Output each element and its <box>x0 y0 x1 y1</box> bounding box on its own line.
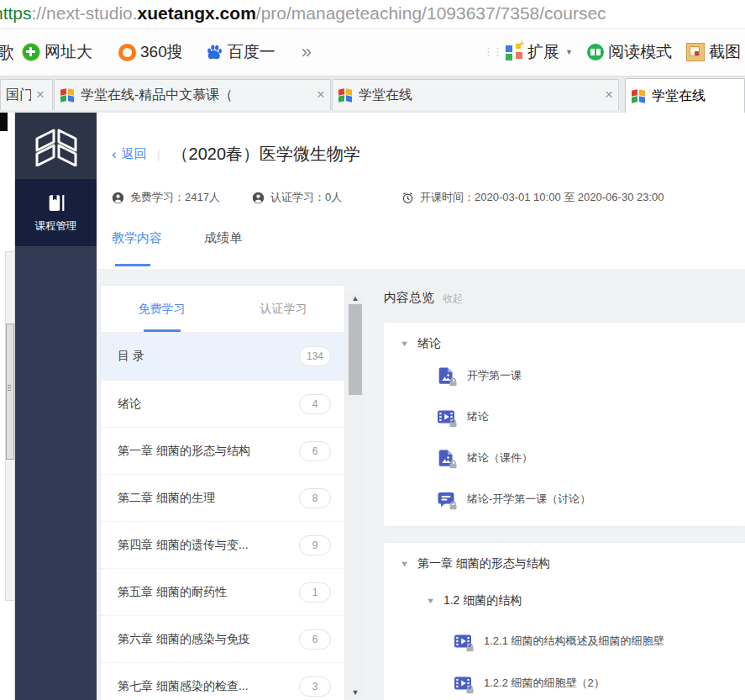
count-badge: 134 <box>299 346 331 366</box>
back-label: 返回 <box>122 146 147 162</box>
browser-tab-3[interactable]: 学堂在线 × <box>332 79 619 110</box>
url-text: https://next-studio.xuetangx.com/pro/man… <box>0 3 606 23</box>
close-icon[interactable]: × <box>317 87 325 103</box>
content-item[interactable]: 绪论 <box>437 396 737 437</box>
courseware-icon <box>437 366 455 385</box>
content-item[interactable]: 绪论-开学第一课（讨论） <box>437 478 737 519</box>
tool-label: 扩展 <box>527 41 559 63</box>
close-icon[interactable]: × <box>36 87 45 103</box>
list-item[interactable]: 绪论4 <box>101 380 344 427</box>
collapse-link[interactable]: 收起 <box>443 292 463 306</box>
browser-tab-active[interactable]: 学堂在线 <box>625 78 745 113</box>
chapter-label: 绪论 <box>118 397 299 412</box>
lock-icon <box>465 643 475 652</box>
list-item[interactable]: 第七章 细菌感染的检查...3 <box>101 662 344 700</box>
count-badge: 3 <box>299 676 331 697</box>
list-item[interactable]: 目 录134 <box>101 333 344 380</box>
scrollbar-thumb[interactable] <box>349 304 362 395</box>
bookmark-label: 360搜 <box>140 41 183 63</box>
course-header-row: ‹ 返回 | （2020春）医学微生物学 <box>112 143 360 166</box>
count-badge: 8 <box>299 488 331 508</box>
chevron-left-icon: ‹ <box>112 148 117 161</box>
content-item-label: 绪论（课件） <box>467 450 533 466</box>
reader-mode-icon <box>587 44 604 61</box>
tab-grades[interactable]: 成绩单 <box>204 230 242 246</box>
extensions-button[interactable]: 扩展 ▼ <box>506 41 573 63</box>
bookmarks-overflow-chevron[interactable]: » <box>302 41 312 63</box>
list-item[interactable]: 第二章 细菌的生理8 <box>101 474 344 521</box>
bookmark-label: 百度一 <box>228 41 275 63</box>
list-scrollbar[interactable]: ▲ ▼ <box>346 292 365 698</box>
browser-tab-1[interactable]: 国门 × <box>0 79 53 110</box>
tab-teaching-content[interactable]: 教学内容 <box>112 230 162 246</box>
xuetangx-logo-icon <box>338 87 353 103</box>
stat-text: 免费学习：2417人 <box>130 190 220 205</box>
list-item[interactable]: 第一章 细菌的形态与结构6 <box>101 427 344 474</box>
scroll-down-icon[interactable]: ▼ <box>346 688 365 697</box>
content-item[interactable]: 开学第一课 <box>437 355 737 396</box>
section-title-row[interactable]: ▼第一章 细菌的形态与结构 <box>401 553 737 575</box>
count-badge: 6 <box>299 441 331 461</box>
url-bar[interactable]: https://next-studio.xuetangx.com/pro/man… <box>0 0 745 29</box>
lock-icon <box>465 685 475 694</box>
screenshot-icon <box>686 43 705 61</box>
chapter-label: 第六章 细菌的感染与免疫 <box>118 632 299 647</box>
background-scrollbar-thumb <box>6 324 14 460</box>
360-search-icon <box>118 44 136 61</box>
bookmarks-left-group: 歌 网址大 360搜 百度一 » <box>0 29 312 76</box>
lock-icon <box>449 418 458 428</box>
user-icon <box>112 192 124 204</box>
discussion-icon <box>437 490 455 508</box>
bookmark-360search[interactable]: 360搜 <box>118 41 183 63</box>
section-title-row[interactable]: ▼绪论 <box>401 333 737 355</box>
reader-mode-button[interactable]: 阅读模式 <box>587 41 672 63</box>
list-item[interactable]: 第六章 细菌的感染与免疫6 <box>101 615 344 662</box>
content-item-label: 绪论-开学第一课（讨论） <box>467 492 590 507</box>
list-item[interactable]: 第五章 细菌的耐药性1 <box>101 568 344 615</box>
extensions-icon <box>506 44 523 61</box>
lock-icon <box>449 501 458 510</box>
book-icon <box>45 192 66 213</box>
course-title: （2020春）医学微生物学 <box>172 143 361 166</box>
content-item[interactable]: 绪论（课件） <box>437 437 737 478</box>
content-item[interactable]: 1.2.1 细菌的结构概述及细菌的细胞壁 <box>454 620 737 662</box>
stat-verified-learners: 认证学习：0人 <box>252 190 342 205</box>
close-icon[interactable]: × <box>605 87 613 103</box>
tab-title: 学堂在线 <box>652 87 739 105</box>
tab-title: 国门 <box>6 87 31 104</box>
content-item[interactable]: 1.2.2 细菌的细胞壁（2） <box>454 662 737 700</box>
bookmark-cut[interactable]: 歌 <box>0 41 14 64</box>
subsection-title-row[interactable]: ▼1.2 细菌的结构 <box>427 582 737 620</box>
section-title: 绪论 <box>417 336 441 351</box>
tab-strip: 国门 × 学堂在线-精品中文慕课（ × 学堂在线 × 学堂在线 <box>0 76 745 114</box>
app-logo[interactable] <box>15 113 97 179</box>
chapter-label: 第一章 细菌的形态与结构 <box>118 444 299 459</box>
bookmark-wangzhida[interactable]: 网址大 <box>22 41 92 63</box>
scroll-up-icon[interactable]: ▲ <box>346 294 365 303</box>
content-overview: 内容总览 收起 ▼绪论开学第一课绪论绪论（课件）绪论-开学第一课（讨论）▼第一章… <box>384 290 745 700</box>
video-icon <box>454 674 472 692</box>
chapter-label: 第四章 细菌的遗传与变... <box>118 538 299 553</box>
tab-verified-learning[interactable]: 认证学习 <box>223 286 344 332</box>
main-area: ‹ 返回 | （2020春）医学微生物学 免费学习：2417人 <box>97 113 745 700</box>
count-badge: 4 <box>299 394 331 414</box>
chapter-panel-tabs: 免费学习 认证学习 <box>101 286 344 333</box>
sidebar-item-course-management[interactable]: 课程管理 <box>15 179 97 246</box>
content-area: 免费学习 认证学习 目 录134绪论4第一章 细菌的形态与结构6第二章 细菌的生… <box>97 269 745 700</box>
clock-icon <box>401 192 414 204</box>
courseware-icon <box>437 449 455 467</box>
caret-down-icon: ▼ <box>400 560 409 568</box>
list-item[interactable]: 第四章 细菌的遗传与变...9 <box>101 521 344 568</box>
count-badge: 1 <box>299 582 331 603</box>
bookmark-label: 网址大 <box>45 41 92 63</box>
browser-tab-2[interactable]: 学堂在线-精品中文慕课（ × <box>54 79 331 110</box>
bookmark-baidu[interactable]: 百度一 <box>206 41 275 63</box>
overview-section-card: ▼绪论开学第一课绪论绪论（课件）绪论-开学第一课（讨论） <box>384 323 745 526</box>
video-icon <box>454 632 472 650</box>
overview-sections: ▼绪论开学第一课绪论绪论（课件）绪论-开学第一课（讨论）▼第一章 细菌的形态与结… <box>384 323 745 700</box>
subsection-title: 1.2 细菌的结构 <box>443 593 522 608</box>
back-button[interactable]: ‹ 返回 <box>112 146 147 162</box>
tab-free-learning[interactable]: 免费学习 <box>101 286 223 332</box>
background-window-fragment <box>0 113 8 131</box>
screenshot-button[interactable]: 截图 <box>686 41 741 63</box>
